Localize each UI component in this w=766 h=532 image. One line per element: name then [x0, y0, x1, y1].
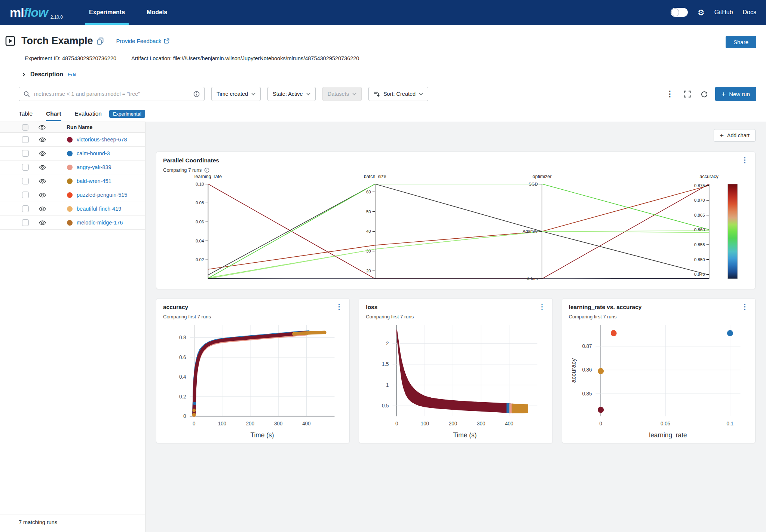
- run-checkbox[interactable]: [22, 150, 29, 157]
- docs-link[interactable]: Docs: [743, 9, 756, 16]
- description-edit-link[interactable]: Edit: [68, 72, 76, 77]
- card-title: loss: [366, 304, 414, 311]
- tab-table[interactable]: Table: [19, 110, 33, 121]
- svg-text:Time (s): Time (s): [250, 431, 274, 438]
- external-link-icon: [164, 38, 169, 44]
- add-chart-button[interactable]: + Add chart: [714, 129, 756, 142]
- run-checkbox[interactable]: [22, 164, 29, 171]
- chevron-down-icon: [306, 93, 310, 95]
- run-row: melodic-midge-176: [0, 216, 145, 230]
- state-select[interactable]: State: Active: [267, 87, 316, 101]
- share-button[interactable]: Share: [726, 36, 756, 48]
- runs-table-header: Run Name: [0, 122, 145, 133]
- info-icon[interactable]: [193, 91, 200, 97]
- parallel-coordinates-card: Parallel Coordinates Comparing 7 runs ⋮ …: [156, 152, 756, 289]
- mlflow-logo[interactable]: mlflow 2.10.0: [10, 0, 63, 25]
- svg-text:Adam: Adam: [527, 276, 538, 281]
- scatter-plot[interactable]: 00.050.10.870.860.85learning_rateaccurac…: [569, 319, 748, 438]
- fullscreen-icon[interactable]: [681, 88, 693, 100]
- more-menu-icon[interactable]: ⋮: [664, 88, 676, 100]
- chart-menu-icon[interactable]: ⋮: [741, 304, 748, 309]
- chevron-down-icon: [352, 93, 356, 95]
- svg-text:0.4: 0.4: [179, 374, 186, 380]
- github-link[interactable]: GitHub: [714, 9, 733, 16]
- run-visibility-toggle[interactable]: [39, 220, 46, 225]
- parallel-coordinates-plot[interactable]: learning_rate0.100.080.060.040.02batch_s…: [163, 173, 748, 284]
- run-visibility-toggle[interactable]: [39, 151, 46, 156]
- eye-icon: [39, 207, 46, 211]
- run-checkbox[interactable]: [22, 178, 29, 184]
- run-name-link[interactable]: calm-hound-3: [77, 150, 110, 156]
- svg-text:0.86: 0.86: [582, 367, 592, 373]
- metric-cards-row: accuracy Comparing first 7 runs ⋮ 010020…: [156, 298, 756, 443]
- refresh-icon[interactable]: [698, 88, 711, 100]
- svg-text:0.04: 0.04: [196, 239, 204, 243]
- copy-icon[interactable]: [97, 37, 104, 45]
- view-tabs: Table Chart Evaluation Experimental: [19, 110, 766, 122]
- run-visibility-toggle[interactable]: [39, 165, 46, 170]
- run-visibility-toggle[interactable]: [39, 179, 46, 184]
- accuracy-plot[interactable]: 010020030040000.20.40.60.8Time (s): [163, 319, 343, 438]
- svg-text:30: 30: [366, 249, 371, 253]
- tab-chart[interactable]: Chart: [46, 110, 61, 121]
- select-all-checkbox[interactable]: [22, 124, 28, 131]
- artifact-location: Artifact Location:file:///Users/benjamin…: [131, 55, 361, 61]
- card-subtitle: Comparing first 7 runs: [163, 314, 211, 319]
- theme-toggle[interactable]: [671, 8, 688, 17]
- nav-experiments-label: Experiments: [89, 9, 125, 16]
- run-color-dot: [67, 206, 73, 212]
- search-input[interactable]: [33, 91, 190, 97]
- run-name-link[interactable]: bald-wren-451: [77, 178, 111, 184]
- run-name-link[interactable]: beautiful-finch-419: [77, 206, 121, 212]
- run-name-link[interactable]: puzzled-penguin-515: [77, 192, 127, 198]
- experiment-id: Experiment ID:487543029520736220: [25, 55, 118, 61]
- chart-menu-icon[interactable]: ⋮: [539, 304, 546, 309]
- run-color-dot: [67, 137, 73, 143]
- run-row: angry-yak-839: [0, 160, 145, 174]
- time-created-select[interactable]: Time created: [211, 87, 261, 101]
- svg-text:100: 100: [421, 421, 429, 426]
- svg-text:1: 1: [386, 382, 389, 388]
- run-checkbox[interactable]: [22, 219, 29, 226]
- nav-experiments[interactable]: Experiments: [89, 0, 125, 25]
- description-section: Description Edit: [22, 71, 756, 78]
- chevron-right-icon[interactable]: [22, 72, 26, 77]
- card-title: accuracy: [163, 304, 211, 311]
- runs-list: victorious-sheep-678calm-hound-3angry-ya…: [0, 133, 145, 230]
- datasets-label: Datasets: [328, 91, 349, 97]
- run-name-link[interactable]: angry-yak-839: [77, 164, 111, 170]
- chart-menu-icon[interactable]: ⋮: [741, 157, 748, 163]
- svg-text:2: 2: [386, 341, 389, 346]
- run-checkbox[interactable]: [22, 205, 29, 212]
- run-name-link[interactable]: victorious-sheep-678: [77, 137, 127, 143]
- new-run-button[interactable]: + New run: [715, 87, 756, 101]
- eye-icon: [39, 125, 46, 130]
- eye-column-icon[interactable]: [38, 125, 46, 130]
- run-checkbox[interactable]: [22, 136, 29, 143]
- nav-models[interactable]: Models: [147, 0, 167, 25]
- run-name-link[interactable]: melodic-midge-176: [77, 220, 123, 226]
- svg-text:0.8: 0.8: [179, 335, 186, 340]
- chart-menu-icon[interactable]: ⋮: [335, 304, 343, 309]
- sort-select[interactable]: Sort: Created: [368, 87, 428, 101]
- provide-feedback-link[interactable]: Provide Feedback: [116, 38, 170, 44]
- matching-runs-count: 7 matching runs: [0, 514, 145, 532]
- svg-text:SGD: SGD: [528, 182, 538, 186]
- gear-icon[interactable]: ⚙: [698, 9, 705, 16]
- chevron-down-icon: [419, 93, 423, 95]
- scatter-chart-card: learning_rate vs. accuracy Comparing fir…: [562, 298, 756, 443]
- loss-plot[interactable]: 01002003004000.511.52Time (s): [366, 319, 545, 438]
- run-visibility-toggle[interactable]: [39, 207, 46, 211]
- experiment-header: Torch Example Provide Feedback Share Exp…: [0, 25, 766, 78]
- experiment-id-label: Experiment ID:: [25, 55, 61, 61]
- mlflow-app: mlflow 2.10.0 Experiments Models ⚙ GitHu…: [0, 0, 766, 532]
- run-checkbox[interactable]: [22, 192, 29, 198]
- navbar-right: ⚙ GitHub Docs: [671, 0, 756, 25]
- run-visibility-toggle[interactable]: [39, 193, 46, 198]
- info-icon[interactable]: [204, 168, 209, 173]
- run-visibility-toggle[interactable]: [39, 137, 46, 142]
- tab-evaluation[interactable]: Evaluation: [75, 110, 102, 121]
- page-title: Torch Example: [21, 35, 93, 47]
- card-title: Parallel Coordinates: [163, 157, 219, 164]
- svg-text:0: 0: [193, 421, 196, 426]
